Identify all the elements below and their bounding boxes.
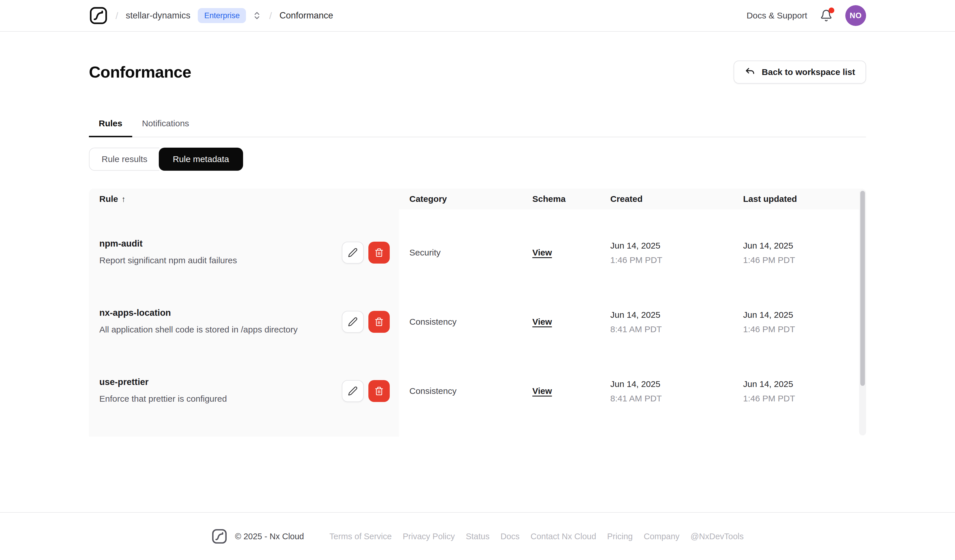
column-header-last-updated: Last updated: [733, 194, 848, 204]
delete-rule-button[interactable]: [368, 311, 390, 333]
main-content: Conformance Back to workspace list Rules…: [89, 61, 866, 437]
avatar[interactable]: NO: [845, 5, 866, 26]
created-time: 1:46 PM PDT: [610, 255, 733, 265]
breadcrumb: / stellar-dynamics Enterprise / Conforma…: [89, 6, 333, 25]
trash-icon: [374, 317, 384, 326]
edit-rule-button[interactable]: [342, 311, 364, 333]
docs-support-link[interactable]: Docs & Support: [747, 10, 807, 21]
copyright-text: © 2025 - Nx Cloud: [235, 532, 304, 541]
toggle-rule-metadata[interactable]: Rule metadata: [159, 148, 243, 171]
trash-icon: [374, 248, 384, 257]
table-row: use-prettier Enforce that prettier is co…: [89, 348, 866, 417]
workspace-switcher-button[interactable]: [252, 11, 261, 20]
table-row: npm-audit Report significant npm audit f…: [89, 209, 866, 279]
updated-date: Jun 14, 2025: [743, 310, 848, 320]
breadcrumb-page[interactable]: Conformance: [279, 10, 333, 21]
back-button-label: Back to workspace list: [762, 67, 855, 77]
footer: © 2025 - Nx Cloud Terms of Service Priva…: [0, 512, 955, 560]
delete-rule-button[interactable]: [368, 380, 390, 402]
chevrons-up-down-icon: [252, 11, 261, 20]
created-time: 8:41 AM PDT: [610, 324, 733, 334]
footer-link-contact[interactable]: Contact Nx Cloud: [531, 532, 596, 541]
rule-category: Consistency: [399, 279, 522, 348]
updated-time: 1:46 PM PDT: [743, 393, 848, 404]
updated-time: 1:46 PM PDT: [743, 255, 848, 265]
sort-ascending-icon: ↑: [122, 195, 125, 204]
nx-logo-footer-icon: [211, 528, 227, 544]
footer-link-status[interactable]: Status: [466, 532, 489, 541]
created-time: 8:41 AM PDT: [610, 393, 733, 404]
rules-table: Rule↑ Category Schema Created Last updat…: [89, 189, 866, 437]
footer-link-terms[interactable]: Terms of Service: [329, 532, 392, 541]
notifications-bell-button[interactable]: [820, 9, 833, 22]
updated-date: Jun 14, 2025: [743, 240, 848, 251]
rule-category: Consistency: [399, 348, 522, 417]
page-title: Conformance: [89, 62, 191, 82]
column-header-category: Category: [399, 194, 522, 204]
column-header-rule[interactable]: Rule↑: [89, 194, 399, 204]
column-header-schema: Schema: [522, 194, 600, 204]
schema-view-link[interactable]: View: [532, 386, 552, 396]
created-date: Jun 14, 2025: [610, 379, 733, 389]
breadcrumb-separator: /: [269, 10, 272, 22]
breadcrumb-separator: /: [116, 10, 118, 22]
back-to-workspace-list-button[interactable]: Back to workspace list: [734, 61, 866, 84]
updated-time: 1:46 PM PDT: [743, 324, 848, 334]
view-toggle: Rule results Rule metadata: [89, 148, 866, 171]
footer-link-docs[interactable]: Docs: [501, 532, 520, 541]
pencil-icon: [348, 248, 358, 257]
table-scrollbar-thumb[interactable]: [860, 191, 865, 386]
undo-arrow-icon: [745, 67, 756, 78]
schema-view-link[interactable]: View: [532, 317, 552, 326]
top-nav: / stellar-dynamics Enterprise / Conforma…: [0, 0, 955, 32]
edit-rule-button[interactable]: [342, 242, 364, 264]
pencil-icon: [348, 386, 358, 396]
plan-badge: Enterprise: [198, 8, 246, 23]
footer-link-nxdevtools[interactable]: @NxDevTools: [690, 532, 744, 541]
tab-notifications[interactable]: Notifications: [132, 118, 199, 137]
table-bottom-filler: [89, 417, 866, 437]
footer-link-company[interactable]: Company: [644, 532, 679, 541]
updated-date: Jun 14, 2025: [743, 379, 848, 389]
notification-dot: [828, 8, 834, 13]
tab-bar: Rules Notifications: [89, 118, 866, 137]
created-date: Jun 14, 2025: [610, 310, 733, 320]
tab-rules[interactable]: Rules: [89, 118, 132, 137]
trash-icon: [374, 387, 384, 396]
delete-rule-button[interactable]: [368, 242, 390, 264]
pencil-icon: [348, 317, 358, 327]
created-date: Jun 14, 2025: [610, 240, 733, 251]
rule-category: Security: [399, 209, 522, 279]
column-header-created: Created: [600, 194, 733, 204]
table-header-row: Rule↑ Category Schema Created Last updat…: [89, 189, 866, 209]
edit-rule-button[interactable]: [342, 380, 364, 402]
footer-link-privacy[interactable]: Privacy Policy: [403, 532, 455, 541]
breadcrumb-workspace[interactable]: stellar-dynamics: [125, 10, 190, 21]
nx-logo-icon[interactable]: [89, 6, 108, 25]
toggle-rule-results[interactable]: Rule results: [89, 148, 160, 171]
table-scrollbar-track: [859, 190, 866, 435]
footer-links: Terms of Service Privacy Policy Status D…: [329, 532, 744, 541]
schema-view-link[interactable]: View: [532, 248, 552, 257]
footer-link-pricing[interactable]: Pricing: [607, 532, 633, 541]
table-row: nx-apps-location All application shell c…: [89, 279, 866, 348]
